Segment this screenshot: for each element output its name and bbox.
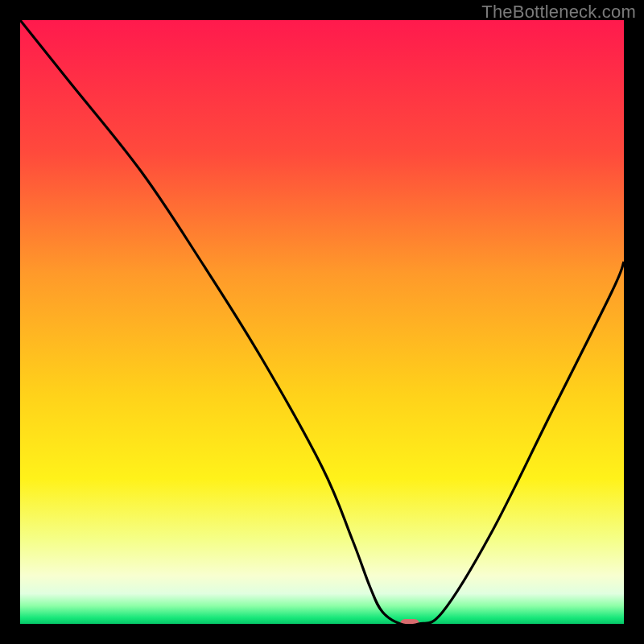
plot-area [20, 20, 624, 624]
bottleneck-curve [20, 20, 624, 624]
curve-path [20, 20, 624, 624]
chart-frame: TheBottleneck.com [0, 0, 644, 644]
watermark-text: TheBottleneck.com [481, 2, 636, 23]
